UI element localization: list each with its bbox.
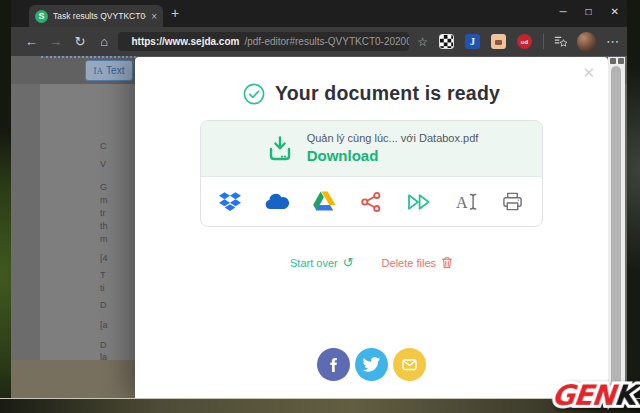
- url-host: https://www.sejda.com: [131, 36, 239, 47]
- page-text-fragment: G: [100, 182, 107, 192]
- extension-ud-icon[interactable]: ud: [517, 34, 532, 49]
- print-icon[interactable]: [500, 189, 526, 215]
- text-edit-icon[interactable]: A: [453, 189, 479, 215]
- new-tab-button[interactable]: +: [171, 6, 179, 20]
- download-area[interactable]: Quản lý cùng lúc... với Databox.pdf Down…: [201, 121, 542, 177]
- file-name: Quản lý cùng lúc... với Databox.pdf: [307, 131, 479, 146]
- watermark-k: K: [613, 379, 637, 412]
- extension-peach-icon[interactable]: [491, 34, 506, 49]
- page-text-fragment: th: [100, 221, 108, 231]
- check-circle-icon: [243, 83, 265, 105]
- facebook-share-button[interactable]: [317, 348, 350, 381]
- page-viewport: ĪA Text C V G m tr th m [4 T ti D [a D l…: [11, 56, 627, 399]
- email-share-button[interactable]: [393, 348, 426, 381]
- facebook-icon: [324, 355, 344, 375]
- home-icon[interactable]: ⌂: [92, 34, 116, 49]
- modal-close-icon[interactable]: ✕: [582, 64, 595, 82]
- extension-checker-icon[interactable]: [439, 34, 454, 49]
- start-over-link[interactable]: Start over ↺: [290, 255, 354, 270]
- continue-task-icon[interactable]: [406, 189, 432, 215]
- window-controls: ─ □ ✕: [559, 6, 619, 17]
- browser-toolbar: ← → ↻ ⌂ https://www.sejda.com /pdf-edito…: [11, 27, 627, 56]
- sejda-favicon-icon: S: [35, 10, 48, 23]
- toolbar-divider: [543, 34, 544, 49]
- minimize-button[interactable]: ─: [559, 6, 566, 17]
- modal-title-row: Your document is ready: [135, 82, 608, 105]
- page-text-fragment: m: [100, 195, 108, 205]
- share-icon-row: A: [201, 177, 542, 226]
- dotted-selection-line: [41, 56, 136, 58]
- page-thumbnail-icon: [610, 58, 616, 64]
- download-link[interactable]: Download: [307, 146, 479, 166]
- back-icon[interactable]: ←: [19, 34, 43, 49]
- scrollbar-thumb[interactable]: [611, 66, 621, 391]
- file-info: Quản lý cùng lúc... với Databox.pdf Down…: [307, 131, 479, 166]
- page-text-fragment: tr: [100, 208, 106, 218]
- page-text-fragment: C: [100, 141, 107, 151]
- extension-j-icon[interactable]: J: [465, 34, 480, 49]
- page-text-fragment: m: [100, 234, 108, 244]
- page-text-fragment: D: [100, 300, 107, 310]
- close-tab-icon[interactable]: ×: [151, 11, 157, 22]
- envelope-icon: [400, 355, 419, 374]
- browser-tab[interactable]: S Task results QVYTKCT0-2020020 ×: [29, 5, 163, 27]
- dropbox-icon[interactable]: [217, 189, 243, 215]
- document-ready-modal: ✕ Your document is ready: [135, 57, 608, 399]
- refresh-icon[interactable]: ↻: [68, 34, 92, 49]
- page-text-fragment: ti: [100, 283, 105, 293]
- desktop-wallpaper-strip: [0, 398, 640, 413]
- close-window-button[interactable]: ✕: [611, 6, 619, 17]
- delete-files-link[interactable]: Delete files: [382, 256, 453, 269]
- favorites-hub-icon[interactable]: [553, 34, 568, 49]
- page-text-fragment: [4: [100, 253, 108, 263]
- page-end-area: [11, 360, 136, 399]
- twitter-share-button[interactable]: [355, 348, 388, 381]
- page-text-fragment: T: [100, 270, 106, 280]
- text-tool-label: Text: [106, 65, 124, 76]
- maximize-button[interactable]: □: [586, 6, 592, 17]
- genk-watermark: GENK GENK: [550, 379, 637, 412]
- page-scrollbar[interactable]: [608, 57, 625, 399]
- browser-titlebar: S Task results QVYTKCT0-2020020 × + ─ □ …: [11, 0, 627, 27]
- page-text-fragment: V: [100, 159, 106, 169]
- page-text-fragment: D: [100, 340, 107, 350]
- profile-avatar[interactable]: [577, 32, 596, 52]
- url-path: /pdf-editor#results-QVYTKCT0-20200203...: [244, 36, 409, 47]
- trash-icon: [441, 256, 453, 269]
- desktop-screenshot: S Task results QVYTKCT0-2020020 × + ─ □ …: [0, 0, 640, 413]
- google-drive-icon[interactable]: [311, 189, 337, 215]
- tab-title: Task results QVYTKCT0-2020020: [53, 11, 146, 21]
- modal-actions: Start over ↺ Delete files: [135, 255, 608, 270]
- page-text-fragment: [a: [100, 320, 108, 330]
- start-over-icon: ↺: [343, 255, 354, 270]
- download-icon: [265, 134, 295, 164]
- start-over-label: Start over: [290, 257, 338, 269]
- browser-window: S Task results QVYTKCT0-2020020 × + ─ □ …: [11, 0, 627, 399]
- document-page-dimmed: C V G m tr th m [4 T ti D [a D la: [40, 84, 136, 360]
- text-cursor-icon: ĪA: [94, 66, 104, 76]
- onedrive-icon[interactable]: [264, 189, 290, 215]
- twitter-icon: [362, 355, 381, 374]
- social-share-row: [135, 348, 608, 381]
- delete-files-label: Delete files: [382, 257, 436, 269]
- svg-text:A: A: [456, 194, 468, 211]
- forward-icon[interactable]: →: [43, 34, 67, 49]
- browser-menu-icon[interactable]: ⋯: [606, 34, 619, 49]
- bookmark-star-icon[interactable]: ☆: [417, 35, 428, 49]
- text-tool-button: ĪA Text: [85, 60, 133, 81]
- page-thumbnail-icon: [618, 58, 624, 64]
- modal-title: Your document is ready: [275, 82, 500, 105]
- watermark-gen: GEN: [550, 379, 616, 412]
- download-card: Quản lý cùng lúc... với Databox.pdf Down…: [200, 120, 543, 227]
- address-bar[interactable]: https://www.sejda.com /pdf-editor#result…: [118, 32, 409, 51]
- share-link-icon[interactable]: [358, 189, 384, 215]
